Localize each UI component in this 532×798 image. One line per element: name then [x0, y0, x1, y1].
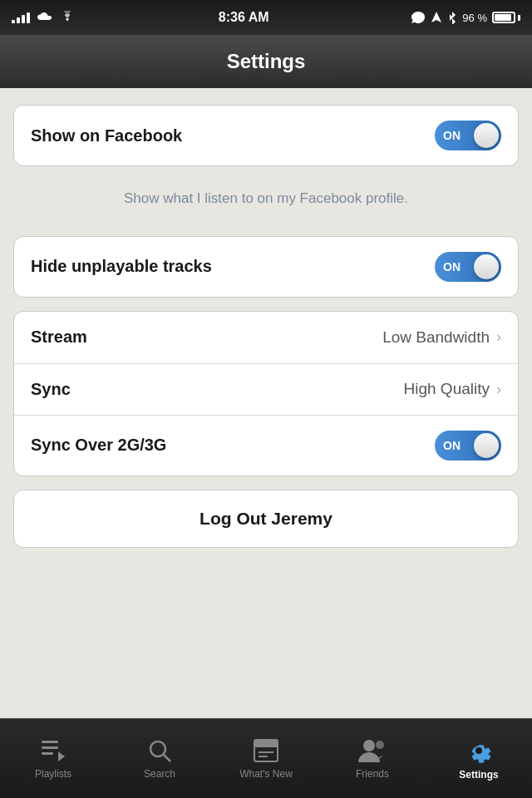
sync-mobile-toggle-state: ON: [443, 439, 461, 452]
status-time: 8:36 AM: [219, 10, 269, 25]
stream-value-container: Low Bandwidth ›: [382, 328, 501, 347]
tab-whats-new[interactable]: What's New: [213, 719, 319, 798]
svg-line-5: [164, 755, 170, 761]
sync-label: Sync: [31, 380, 71, 399]
sync-chevron: ›: [496, 381, 501, 398]
sync-mobile-row: Sync Over 2G/3G ON: [14, 415, 518, 475]
signal-icon: [12, 12, 30, 23]
page-title: Settings: [227, 50, 306, 73]
tab-bar: Playlists Search What's New Friends: [0, 718, 532, 798]
facebook-toggle-thumb: [474, 123, 499, 148]
tab-settings[interactable]: Settings: [426, 719, 532, 798]
svg-point-10: [363, 740, 375, 751]
page-header: Settings: [0, 35, 532, 88]
message-icon: [411, 11, 426, 24]
hide-tracks-row: Hide unplayable tracks ON: [14, 237, 518, 297]
tab-settings-label: Settings: [459, 769, 498, 781]
tab-playlists-label: Playlists: [35, 768, 71, 780]
hide-tracks-label: Hide unplayable tracks: [31, 257, 212, 276]
sync-mobile-toggle-thumb: [474, 433, 499, 458]
tab-friends-label: Friends: [356, 768, 389, 780]
sync-value-container: High Quality ›: [404, 380, 502, 398]
hide-tracks-toggle-thumb: [474, 254, 499, 279]
sync-row[interactable]: Sync High Quality ›: [14, 363, 518, 415]
svg-rect-7: [254, 740, 278, 747]
bluetooth-icon: [447, 11, 457, 24]
stream-sync-card: Stream Low Bandwidth › Sync High Quality…: [13, 311, 519, 476]
facebook-description: Show what I listen to on my Facebook pro…: [13, 180, 519, 223]
svg-marker-3: [58, 751, 65, 761]
facebook-label: Show on Facebook: [31, 126, 182, 145]
friends-icon: [357, 738, 387, 763]
svg-rect-1: [42, 746, 58, 749]
svg-point-11: [376, 741, 384, 749]
tab-friends[interactable]: Friends: [319, 719, 426, 798]
whats-new-icon: [253, 738, 279, 763]
tab-search-label: Search: [144, 768, 175, 780]
tab-search[interactable]: Search: [106, 719, 213, 798]
hide-tracks-toggle-state: ON: [443, 260, 461, 273]
stream-label: Stream: [31, 328, 87, 347]
facebook-row: Show on Facebook ON: [14, 106, 518, 165]
wifi-icon: [58, 11, 76, 24]
playlists-icon: [40, 738, 66, 763]
search-icon: [147, 738, 172, 763]
hide-tracks-toggle[interactable]: ON: [435, 252, 501, 282]
logout-label: Log Out Jeremy: [200, 509, 332, 529]
stream-chevron: ›: [496, 328, 501, 346]
status-right: 96 %: [411, 11, 520, 24]
navigation-icon: [431, 11, 442, 24]
status-bar: 8:36 AM 96 %: [0, 0, 532, 35]
settings-icon: [466, 737, 492, 764]
facebook-toggle[interactable]: ON: [435, 121, 501, 150]
logout-card[interactable]: Log Out Jeremy: [13, 490, 519, 548]
stream-row[interactable]: Stream Low Bandwidth ›: [14, 312, 518, 363]
hide-tracks-card: Hide unplayable tracks ON: [13, 236, 519, 298]
stream-value: Low Bandwidth: [382, 328, 490, 347]
tab-whats-new-label: What's New: [239, 768, 293, 780]
svg-rect-0: [42, 741, 58, 743]
settings-content: Show on Facebook ON Show what I listen t…: [0, 88, 532, 564]
sync-value: High Quality: [404, 380, 490, 398]
logout-row[interactable]: Log Out Jeremy: [14, 490, 518, 547]
svg-rect-2: [42, 752, 53, 755]
tab-playlists[interactable]: Playlists: [0, 719, 106, 798]
facebook-card: Show on Facebook ON: [13, 105, 519, 166]
battery-percent: 96 %: [462, 12, 487, 24]
status-left: [12, 11, 76, 24]
facebook-toggle-state: ON: [443, 129, 461, 142]
sync-mobile-toggle[interactable]: ON: [435, 431, 501, 461]
svg-point-12: [475, 747, 482, 754]
sync-mobile-label: Sync Over 2G/3G: [31, 436, 166, 455]
battery-icon: [492, 12, 520, 23]
svg-point-4: [150, 741, 165, 756]
cloud-icon: [35, 11, 53, 24]
